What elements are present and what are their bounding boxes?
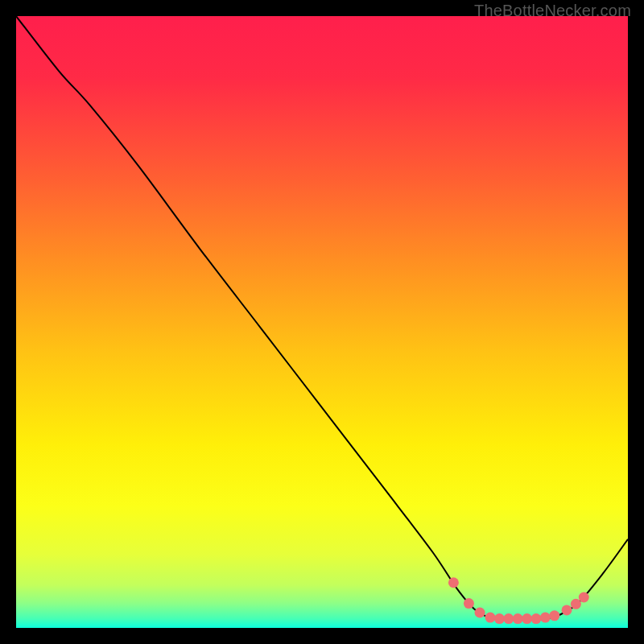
highlight-dot [448,577,459,588]
highlight-dot [562,605,572,615]
highlight-dot [503,613,514,624]
chart-frame: TheBottleNecker.com [0,0,644,644]
highlight-dot [531,613,542,624]
highlight-dot [540,613,551,623]
highlight-dot [549,610,559,621]
highlight-dot [475,608,485,618]
highlight-dot [522,613,532,624]
highlight-dot [464,598,474,609]
highlight-dot [494,613,505,624]
bottleneck-chart [16,16,628,628]
gradient-background [16,16,628,628]
highlight-dot [513,613,523,624]
highlight-dot [485,613,496,623]
highlight-dot [579,592,589,603]
highlight-dot [571,599,581,609]
